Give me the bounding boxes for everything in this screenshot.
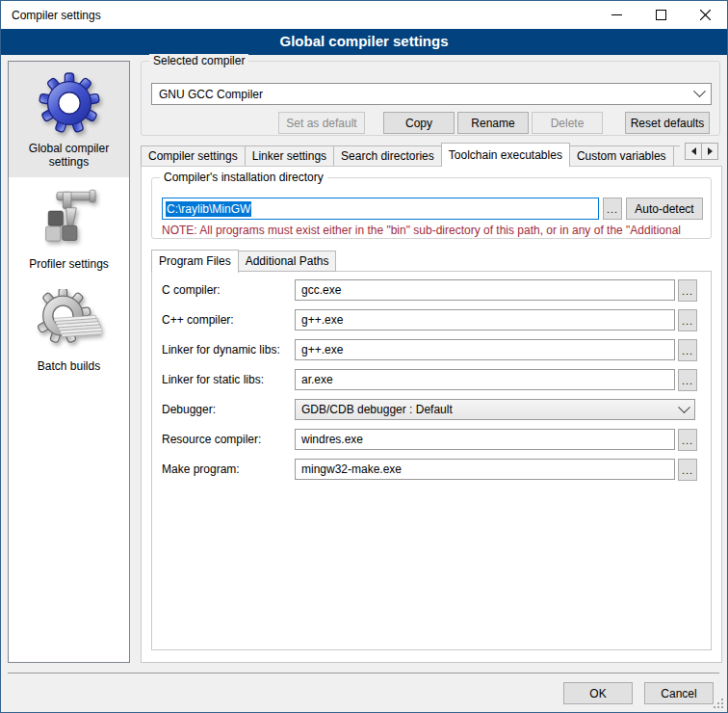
cpp-compiler-label: C++ compiler: xyxy=(162,313,234,327)
tab-scroll-buttons xyxy=(686,143,718,160)
maximize-icon xyxy=(656,10,666,20)
dialog-body: Global compiler settings xyxy=(1,55,727,712)
close-icon xyxy=(700,10,711,20)
debugger-select[interactable]: GDB/CDB debugger : Default xyxy=(295,399,695,420)
settings-tabstrip: Compiler settings Linker settings Search… xyxy=(141,142,680,167)
chevron-down-icon xyxy=(693,85,706,97)
tab-build-options[interactable]: Build xyxy=(673,145,680,167)
installation-directory-group: Compiler's installation directory C:\ray… xyxy=(151,177,712,239)
window-title: Compiler settings xyxy=(12,9,101,22)
selected-compiler-group: Selected compiler GNU GCC Compiler Set a… xyxy=(141,61,720,136)
installation-directory-input[interactable]: C:\raylib\MinGW xyxy=(162,198,599,220)
cpp-compiler-input[interactable]: g++.exe xyxy=(295,309,675,330)
cpp-compiler-value: g++.exe xyxy=(301,313,343,327)
static-linker-label: Linker for static libs: xyxy=(162,373,264,386)
compiler-select-value: GNU GCC Compiler xyxy=(159,88,263,101)
caliper-icon xyxy=(38,187,101,251)
sidebar-item-batch-builds[interactable]: Batch builds xyxy=(9,279,129,382)
window-controls xyxy=(594,1,727,29)
installation-directory-group-label: Compiler's installation directory xyxy=(160,171,327,184)
c-compiler-browse-button[interactable]: ... xyxy=(678,279,697,302)
cpp-compiler-row: C++ compiler: g++.exe ... xyxy=(152,309,711,331)
toolchain-executables-page: Compiler's installation directory C:\ray… xyxy=(141,166,722,663)
make-program-input[interactable]: mingw32-make.exe xyxy=(295,459,675,480)
static-linker-row: Linker for static libs: ar.exe ... xyxy=(152,369,711,391)
resource-compiler-value: windres.exe xyxy=(301,433,363,446)
sidebar-item-global-compiler-settings[interactable]: Global compiler settings xyxy=(9,62,129,177)
selected-compiler-group-label: Selected compiler xyxy=(149,54,248,67)
c-compiler-value: gcc.exe xyxy=(301,283,341,297)
chevron-down-icon xyxy=(678,401,690,413)
tab-linker-settings[interactable]: Linker settings xyxy=(245,145,334,167)
copy-button[interactable]: Copy xyxy=(383,112,455,134)
sidebar-item-label: Profiler settings xyxy=(12,257,126,271)
ok-button[interactable]: OK xyxy=(563,682,633,704)
resource-compiler-input[interactable]: windres.exe xyxy=(295,429,675,450)
make-program-row: Make program: mingw32-make.exe ... xyxy=(152,459,711,481)
settings-category-list: Global compiler settings xyxy=(8,61,130,663)
tab-additional-paths[interactable]: Additional Paths xyxy=(238,251,337,272)
compiler-settings-dialog: Compiler settings Global compiler settin… xyxy=(0,0,728,713)
tab-toolchain-executables[interactable]: Toolchain executables xyxy=(441,143,570,167)
debugger-row: Debugger: GDB/CDB debugger : Default xyxy=(152,399,711,421)
static-linker-input[interactable]: ar.exe xyxy=(295,369,675,390)
make-program-label: Make program: xyxy=(162,462,240,476)
cancel-button[interactable]: Cancel xyxy=(644,682,714,704)
resource-compiler-label: Resource compiler: xyxy=(162,433,261,446)
compiler-actions: Set as default Copy Rename Delete Reset … xyxy=(151,112,710,134)
dynamic-linker-row: Linker for dynamic libs: g++.exe ... xyxy=(152,339,711,361)
installation-directory-browse-button[interactable]: ... xyxy=(603,198,622,220)
rename-button[interactable]: Rename xyxy=(457,112,529,134)
installation-directory-value: C:\raylib\MinGW xyxy=(166,201,251,217)
debugger-value: GDB/CDB debugger : Default xyxy=(301,403,453,416)
bin-subdirectory-note: NOTE: All programs must exist either in … xyxy=(162,224,710,237)
make-program-value: mingw32-make.exe xyxy=(301,462,402,476)
sidebar-item-label: Global compiler settings xyxy=(12,142,126,169)
tab-compiler-settings[interactable]: Compiler settings xyxy=(141,145,246,167)
compiler-select[interactable]: GNU GCC Compiler xyxy=(151,83,712,105)
c-compiler-row: C compiler: gcc.exe ... xyxy=(152,279,711,302)
tab-scroll-right-button[interactable] xyxy=(701,143,718,160)
c-compiler-input[interactable]: gcc.exe xyxy=(295,279,675,301)
cpp-compiler-browse-button[interactable]: ... xyxy=(678,309,697,331)
static-linker-value: ar.exe xyxy=(301,373,333,386)
close-button[interactable] xyxy=(683,1,727,29)
auto-detect-button[interactable]: Auto-detect xyxy=(626,198,703,220)
program-tabstrip: Program Files Additional Paths xyxy=(151,249,336,272)
dynamic-linker-input[interactable]: g++.exe xyxy=(295,339,675,360)
tab-custom-variables[interactable]: Custom variables xyxy=(569,145,674,167)
dynamic-linker-label: Linker for dynamic libs: xyxy=(162,343,280,356)
set-as-default-button: Set as default xyxy=(278,112,365,134)
minimize-button[interactable] xyxy=(594,1,638,29)
reset-defaults-button[interactable]: Reset defaults xyxy=(625,112,710,134)
arrow-right-icon xyxy=(708,147,713,155)
minimize-icon xyxy=(611,10,622,20)
delete-button: Delete xyxy=(532,112,603,134)
sidebar-item-label: Batch builds xyxy=(12,359,126,373)
arrow-left-icon xyxy=(691,147,696,155)
resource-compiler-browse-button[interactable]: ... xyxy=(678,429,697,451)
blue-gear-icon xyxy=(38,71,101,135)
maximize-button[interactable] xyxy=(638,1,683,29)
dynamic-linker-browse-button[interactable]: ... xyxy=(678,339,697,361)
make-program-browse-button[interactable]: ... xyxy=(678,459,697,481)
main-panel: Selected compiler GNU GCC Compiler Set a… xyxy=(141,55,722,713)
c-compiler-label: C compiler: xyxy=(162,283,221,297)
tab-search-directories[interactable]: Search directories xyxy=(333,145,442,167)
debugger-label: Debugger: xyxy=(162,403,216,416)
footer-divider xyxy=(8,673,719,673)
resize-grip[interactable] xyxy=(713,698,725,710)
dynamic-linker-value: g++.exe xyxy=(301,343,343,356)
resource-compiler-row: Resource compiler: windres.exe ... xyxy=(152,429,711,451)
program-files-page: C compiler: gcc.exe ... C++ compiler: g+… xyxy=(151,271,712,650)
page-title: Global compiler settings xyxy=(1,29,727,55)
gear-stack-icon xyxy=(38,289,101,353)
tab-program-files[interactable]: Program Files xyxy=(151,250,239,273)
tab-scroll-left-button[interactable] xyxy=(685,143,702,160)
sidebar-item-profiler-settings[interactable]: Profiler settings xyxy=(9,177,129,279)
title-bar[interactable]: Compiler settings xyxy=(1,1,727,29)
static-linker-browse-button[interactable]: ... xyxy=(678,369,697,391)
